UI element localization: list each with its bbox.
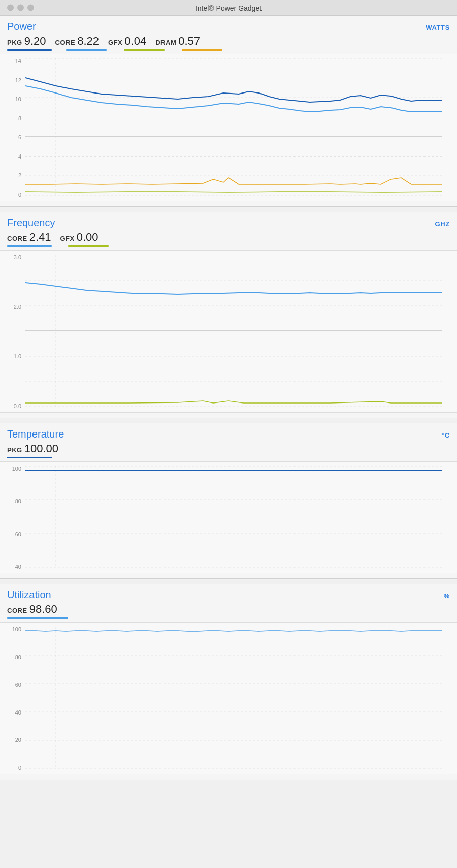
y-14: 14 <box>1 58 21 64</box>
frequency-metrics-row: CORE 2.41 GFX 0.00 <box>7 231 450 244</box>
temperature-chart-container: 100 80 60 40 <box>0 461 457 573</box>
temp-pkg-value: 100.00 <box>24 442 58 455</box>
frequency-unit: GHZ <box>435 220 450 228</box>
freq-core-underline <box>7 245 52 247</box>
y-0: 0 <box>1 192 21 198</box>
y-4: 4 <box>1 154 21 160</box>
y-8: 8 <box>1 116 21 121</box>
power-underlines <box>7 49 450 51</box>
y-12: 12 <box>1 78 21 83</box>
y-6: 6 <box>1 135 21 140</box>
power-title: Power <box>7 21 36 33</box>
y-2: 2 <box>1 173 21 178</box>
pkg-underline <box>7 49 52 51</box>
core-label: CORE <box>55 39 76 46</box>
freq-gfx-value: 0.00 <box>77 231 99 244</box>
utilization-section: Utilization % CORE 98.60 100 80 60 40 20… <box>0 584 457 780</box>
dram-value: 0.57 <box>178 35 200 48</box>
gfx-underline-item <box>124 49 165 51</box>
util-core-label: CORE <box>7 607 27 614</box>
uy-0: 0 <box>1 765 21 771</box>
fy-0: 0.0 <box>1 404 21 409</box>
frequency-y-axis: 3.0 2.0 1.0 0.0 <box>0 251 23 412</box>
temperature-title: Temperature <box>7 428 64 440</box>
power-metrics-row: PKG 9.20 CORE 8.22 GFX 0.04 DRAM 0.57 <box>7 35 450 48</box>
frequency-chart-container: 3.0 2.0 1.0 0.0 <box>0 250 457 413</box>
gfx-label: GFX <box>108 39 122 46</box>
gfx-value: 0.04 <box>124 35 146 48</box>
util-core-underline-item <box>7 617 68 619</box>
temperature-metrics-row: PKG 100.00 <box>7 442 450 455</box>
power-chart-container: 14 12 10 8 6 4 2 0 <box>0 54 457 201</box>
minimize-button[interactable] <box>17 5 24 11</box>
utilization-underlines <box>7 617 450 619</box>
ty-80: 80 <box>1 499 21 504</box>
frequency-underlines <box>7 245 450 247</box>
ty-40: 40 <box>1 564 21 570</box>
uy-80: 80 <box>1 655 21 660</box>
util-core-value: 98.60 <box>29 603 57 616</box>
temperature-header: Temperature °C <box>7 428 450 440</box>
title-bar: Intel® Power Gadget <box>0 0 457 16</box>
dram-label: DRAM <box>155 39 176 46</box>
core-underline <box>66 49 107 51</box>
dram-underline-item <box>182 49 222 51</box>
utilization-title: Utilization <box>7 589 51 601</box>
close-button[interactable] <box>7 5 14 11</box>
ty-60: 60 <box>1 532 21 537</box>
utilization-y-axis: 100 80 60 40 20 0 <box>0 623 23 774</box>
y-10: 10 <box>1 97 21 102</box>
utilization-chart <box>25 627 442 769</box>
pkg-value: 9.20 <box>24 35 46 48</box>
temp-pkg-underline <box>7 457 52 458</box>
fy-3: 3.0 <box>1 255 21 260</box>
freq-core-underline-item <box>7 245 52 247</box>
core-value: 8.22 <box>77 35 99 48</box>
temp-pkg-underline-item <box>7 456 52 458</box>
frequency-title: Frequency <box>7 217 55 229</box>
freq-gfx-label: GFX <box>60 235 74 242</box>
temperature-chart <box>25 466 442 568</box>
pkg-underline-item <box>7 49 52 51</box>
app-title: Intel® Power Gadget <box>195 4 262 12</box>
utilization-metrics-row: CORE 98.60 <box>7 603 450 616</box>
power-chart <box>25 58 442 196</box>
temperature-y-axis: 100 80 60 40 <box>0 462 23 573</box>
uy-100: 100 <box>1 627 21 632</box>
pkg-label: PKG <box>7 39 22 46</box>
util-core-underline <box>7 617 68 619</box>
gfx-underline <box>124 49 165 51</box>
temp-pkg-label: PKG <box>7 446 22 454</box>
power-unit: WATTS <box>426 24 450 32</box>
frequency-header: Frequency GHZ <box>7 217 450 229</box>
fy-2: 2.0 <box>1 304 21 310</box>
freq-core-label: CORE <box>7 235 27 242</box>
utilization-unit: % <box>444 592 450 600</box>
power-header: Power WATTS <box>7 21 450 33</box>
temperature-section: Temperature °C PKG 100.00 100 80 60 40 <box>0 423 457 579</box>
uy-40: 40 <box>1 710 21 716</box>
temperature-unit: °C <box>442 431 450 439</box>
uy-20: 20 <box>1 737 21 743</box>
power-section: Power WATTS PKG 9.20 CORE 8.22 GFX 0.04 … <box>0 16 457 207</box>
utilization-header: Utilization % <box>7 589 450 601</box>
core-underline-item <box>66 49 107 51</box>
dram-underline <box>182 49 222 51</box>
freq-gfx-underline-item <box>68 245 109 247</box>
temperature-underlines <box>7 456 450 458</box>
fy-1: 1.0 <box>1 354 21 359</box>
power-y-axis: 14 12 10 8 6 4 2 0 <box>0 54 23 201</box>
ty-100: 100 <box>1 466 21 472</box>
uy-60: 60 <box>1 682 21 688</box>
frequency-chart <box>25 255 442 407</box>
utilization-chart-container: 100 80 60 40 20 0 <box>0 622 457 774</box>
window-buttons <box>7 5 34 11</box>
maximize-button[interactable] <box>27 5 34 11</box>
freq-core-value: 2.41 <box>29 231 51 244</box>
freq-gfx-underline <box>68 245 109 247</box>
frequency-section: Frequency GHZ CORE 2.41 GFX 0.00 3.0 2.0… <box>0 212 457 418</box>
